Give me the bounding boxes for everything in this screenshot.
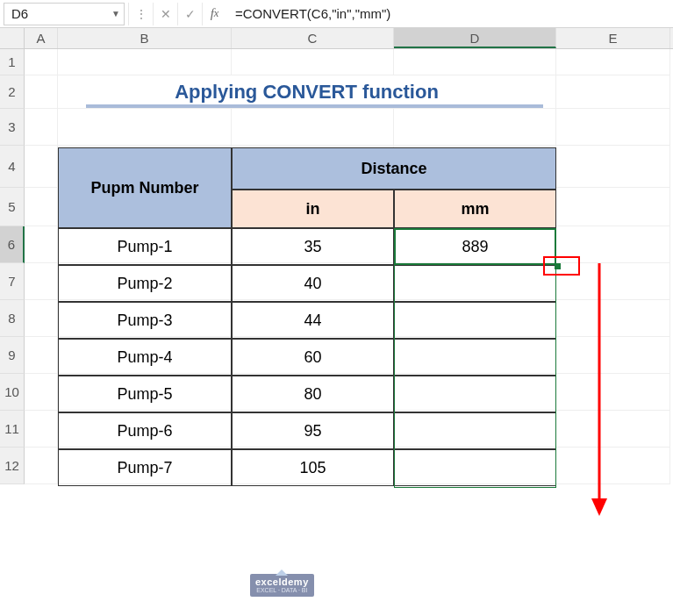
cell-pump-2-mm[interactable] (394, 265, 556, 302)
col-header-c[interactable]: C (232, 28, 394, 48)
cell-pump-2-name[interactable]: Pump-2 (58, 265, 232, 302)
cell-pump-6-mm[interactable] (394, 412, 556, 449)
name-box[interactable]: D6 (4, 6, 108, 21)
cell-pump-5-in[interactable]: 80 (232, 376, 394, 412)
row-header-9[interactable]: 9 (0, 337, 25, 374)
formula-bar-controls: ⋮ ✕ ✓ fx (128, 3, 226, 25)
watermark-triangle-icon (276, 569, 288, 576)
cell-a2[interactable] (25, 75, 58, 109)
row-header-4[interactable]: 4 (0, 146, 25, 188)
cell-pump-5-name[interactable]: Pump-5 (58, 376, 232, 412)
row-header-6[interactable]: 6 (0, 226, 25, 263)
cell-e2[interactable] (556, 75, 670, 109)
svg-marker-1 (591, 498, 607, 516)
title-underline (86, 104, 543, 108)
cell-e9[interactable] (556, 337, 670, 374)
cell-e10[interactable] (556, 374, 670, 411)
cell-d1[interactable] (394, 49, 556, 75)
cell-e5[interactable] (556, 188, 670, 226)
col-header-a[interactable]: A (25, 28, 58, 48)
watermark-sub: EXCEL · DATA · BI (255, 587, 309, 594)
cell-c3[interactable] (232, 109, 394, 146)
row-header-2[interactable]: 2 (0, 75, 25, 109)
formula-bar-area: D6 ▼ ⋮ ✕ ✓ fx =CONVERT(C6,"in","mm") (0, 0, 673, 28)
watermark: exceldemy EXCEL · DATA · BI (250, 574, 314, 597)
cell-e3[interactable] (556, 109, 670, 146)
watermark-name: exceldemy (255, 577, 309, 587)
cell-d3[interactable] (394, 109, 556, 146)
row-header-3[interactable]: 3 (0, 109, 25, 146)
cell-e12[interactable] (556, 448, 670, 484)
cancel-icon[interactable]: ✕ (153, 3, 177, 25)
cell-pump-3-in[interactable]: 44 (232, 302, 394, 339)
header-distance[interactable]: Distance (232, 147, 556, 190)
enter-icon[interactable]: ✓ (177, 3, 202, 25)
cell-a10[interactable] (25, 374, 58, 411)
cell-e8[interactable] (556, 300, 670, 337)
cell-pump-3-mm[interactable] (394, 302, 556, 339)
row-header-5[interactable]: 5 (0, 188, 25, 226)
row-header-11[interactable]: 11 (0, 411, 25, 448)
cell-a12[interactable] (25, 448, 58, 484)
name-box-dropdown-icon[interactable]: ▼ (108, 9, 124, 18)
cell-pump-5-mm[interactable] (394, 376, 556, 412)
cell-pump-2-in[interactable]: 40 (232, 265, 394, 302)
row-header-8[interactable]: 8 (0, 300, 25, 337)
col-header-b[interactable]: B (58, 28, 232, 48)
fb-separator-icon: ⋮ (128, 3, 153, 25)
fill-handle-icon[interactable] (555, 263, 561, 269)
cell-a9[interactable] (25, 337, 58, 374)
worksheet: A B C D E 1 2 Applying CONVERT function … (0, 28, 673, 484)
cell-a6[interactable] (25, 226, 58, 263)
select-all-corner[interactable] (0, 28, 25, 48)
cell-pump-4-mm[interactable] (394, 339, 556, 376)
cell-pump-7-in[interactable]: 105 (232, 449, 394, 486)
cell-pump-4-in[interactable]: 60 (232, 339, 394, 376)
cell-a11[interactable] (25, 411, 58, 448)
cell-b3[interactable] (58, 109, 232, 146)
cell-pump-1-mm[interactable]: 889 (394, 228, 556, 265)
subheader-in[interactable]: in (232, 190, 394, 228)
cell-e7[interactable] (556, 263, 670, 300)
cell-e6[interactable] (556, 226, 670, 263)
cell-e4[interactable] (556, 146, 670, 188)
name-box-container[interactable]: D6 ▼ (4, 3, 125, 25)
cell-pump-1-in[interactable]: 35 (232, 228, 394, 265)
cell-a7[interactable] (25, 263, 58, 300)
cell-e11[interactable] (556, 411, 670, 448)
row-header-12[interactable]: 12 (0, 448, 25, 484)
column-headers: A B C D E (0, 28, 673, 49)
cell-pump-7-mm[interactable] (394, 449, 556, 486)
row-header-10[interactable]: 10 (0, 374, 25, 411)
col-header-d[interactable]: D (394, 28, 556, 48)
insert-function-icon[interactable]: fx (202, 3, 226, 25)
cell-a1[interactable] (25, 49, 58, 75)
cell-c1[interactable] (232, 49, 394, 75)
formula-input[interactable]: =CONVERT(C6,"in","mm") (226, 3, 673, 25)
cell-pump-6-name[interactable]: Pump-6 (58, 412, 232, 449)
cell-pump-1-name[interactable]: Pump-1 (58, 228, 232, 265)
header-pump-number[interactable]: Pupm Number (58, 147, 232, 228)
cell-b1[interactable] (58, 49, 232, 75)
cell-e1[interactable] (556, 49, 670, 75)
cell-a5[interactable] (25, 188, 58, 226)
row-1: 1 (0, 49, 673, 75)
subheader-mm[interactable]: mm (394, 190, 556, 228)
title-text: Applying CONVERT function (175, 81, 439, 104)
row-3: 3 (0, 109, 673, 146)
cell-a3[interactable] (25, 109, 58, 146)
row-header-7[interactable]: 7 (0, 263, 25, 300)
cell-pump-6-in[interactable]: 95 (232, 412, 394, 449)
col-header-e[interactable]: E (556, 28, 670, 48)
cell-a4[interactable] (25, 146, 58, 188)
row-header-1[interactable]: 1 (0, 49, 25, 75)
cell-pump-3-name[interactable]: Pump-3 (58, 302, 232, 339)
data-table: Pupm Number Distance in mm Pump-135889 P… (58, 147, 556, 486)
cell-pump-7-name[interactable]: Pump-7 (58, 449, 232, 486)
cell-pump-4-name[interactable]: Pump-4 (58, 339, 232, 376)
cell-a8[interactable] (25, 300, 58, 337)
